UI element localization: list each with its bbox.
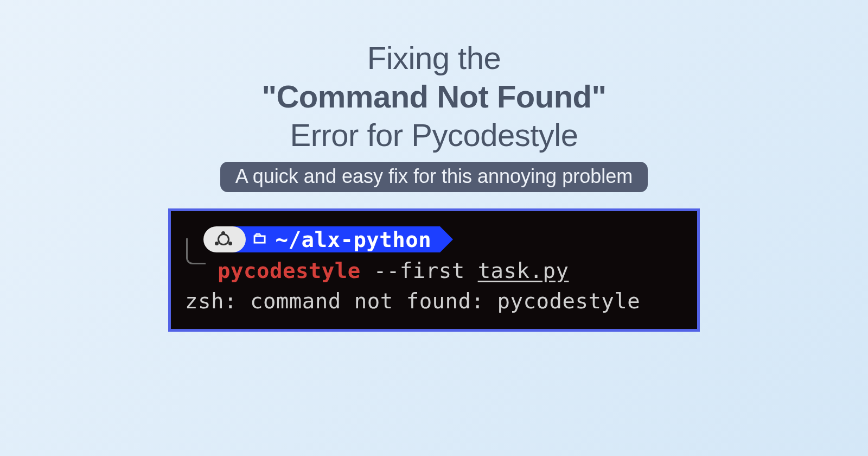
cwd-path: ~/alx-python xyxy=(276,225,432,255)
folder-icon: 🗀 xyxy=(252,231,268,246)
terminal-screenshot: 🗀 ~/alx-python pycodestyle --first task.… xyxy=(168,208,700,332)
title-line-3: Error for Pycodestyle xyxy=(261,116,606,155)
subtitle-pill: A quick and easy fix for this annoying p… xyxy=(220,162,648,192)
path-pill: 🗀 ~/alx-python xyxy=(233,226,440,252)
error-output: zsh: command not found: pycodestyle xyxy=(183,286,685,316)
ubuntu-icon xyxy=(216,232,231,246)
os-pill xyxy=(203,226,246,252)
command-args: --first xyxy=(374,258,465,283)
article-title: Fixing the "Command Not Found" Error for… xyxy=(261,39,606,154)
prompt-corner-decoration xyxy=(186,238,206,264)
command-file: task.py xyxy=(478,258,569,283)
title-line-2: "Command Not Found" xyxy=(261,78,606,116)
command-row: pycodestyle --first task.py xyxy=(183,256,685,286)
title-line-1: Fixing the xyxy=(261,39,606,78)
prompt-row: 🗀 ~/alx-python xyxy=(183,226,685,252)
command-name: pycodestyle xyxy=(218,258,361,283)
